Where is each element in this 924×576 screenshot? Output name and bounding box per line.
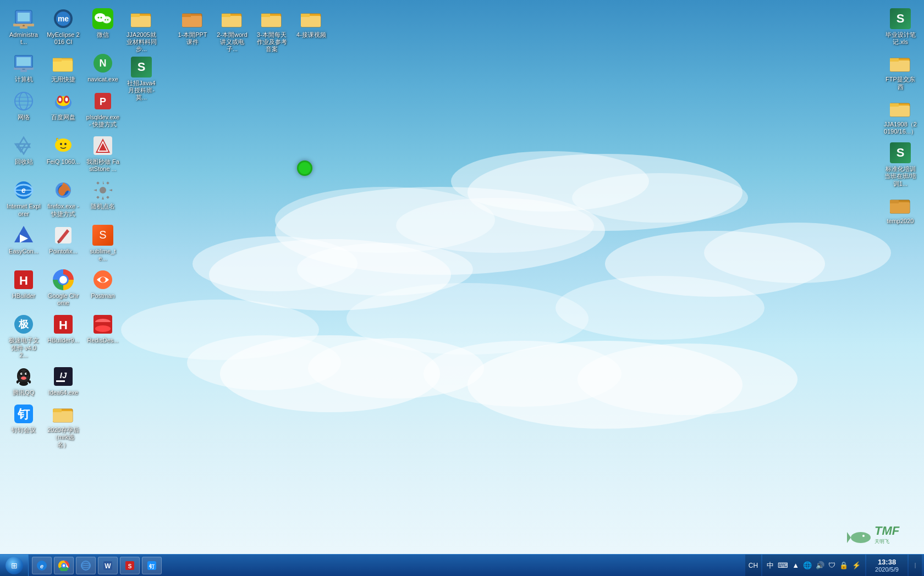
icon-navicat[interactable]: N navicat.exe xyxy=(84,49,122,85)
svg-rect-36 xyxy=(16,57,31,66)
svg-rect-114 xyxy=(131,14,140,17)
keyboard-icon[interactable]: ⌨ xyxy=(777,560,789,571)
easyconnect-label: EasyCon... xyxy=(9,248,38,255)
feiq-icon xyxy=(52,135,74,157)
taskbar-word[interactable]: W xyxy=(98,557,118,574)
icon-recycle[interactable]: 回收站 xyxy=(4,131,43,175)
svg-rect-75 xyxy=(96,181,100,185)
svg-rect-123 xyxy=(261,14,270,17)
svg-rect-119 xyxy=(222,16,241,27)
icon-feiq[interactable]: FeiQ 1060... xyxy=(44,131,82,175)
icon-pptke[interactable]: 1-本閒PPT课件 xyxy=(173,4,212,56)
taskbar-explore[interactable] xyxy=(76,557,96,574)
battery-icon[interactable]: ⚡ xyxy=(851,560,862,571)
svg-rect-120 xyxy=(222,14,230,17)
icon-jieke[interactable]: 4-接课视频 xyxy=(292,4,331,56)
icon-suijidianming[interactable]: 随机点名 xyxy=(84,176,122,219)
input-method-icon[interactable]: 中 xyxy=(766,560,775,572)
sublime-icon: S xyxy=(92,224,114,246)
svg-point-85 xyxy=(100,277,106,283)
wuyong-label: 无用快捷 xyxy=(51,76,75,83)
svg-rect-77 xyxy=(96,196,100,199)
icon-jja2005[interactable]: JJA2005就业材料科同步... xyxy=(122,4,161,56)
start-button[interactable] xyxy=(0,555,29,577)
mouse-cursor xyxy=(297,160,312,176)
icon-folder2020[interactable]: 2020存孕后（mrk选名） xyxy=(44,400,82,451)
icon-baidunetdisk[interactable]: 百度网盘 xyxy=(44,87,82,130)
icon-wuyong[interactable]: 无用快捷 xyxy=(44,49,82,85)
icon-plsqldev[interactable]: P plsqldev.exe - 快捷方式 xyxy=(84,87,122,130)
svg-rect-113 xyxy=(131,16,151,27)
show-desktop-button[interactable]: | xyxy=(909,555,922,576)
svg-rect-122 xyxy=(261,16,281,27)
svg-rect-134 xyxy=(890,202,910,213)
taskbar-chrome[interactable] xyxy=(54,557,74,574)
icon-biaozhunziliao[interactable]: S 标准化培训当班在班/培训1... xyxy=(881,139,920,190)
svg-rect-110 xyxy=(53,411,73,422)
excel-biye-icon: S xyxy=(889,8,911,30)
icon-jja1908[interactable]: JJA1908（20190/16...） xyxy=(881,94,920,137)
security1-icon[interactable]: 🛡 xyxy=(827,560,837,571)
icon-postman[interactable]: Postman xyxy=(84,265,122,309)
idea-label: Idea64.exe xyxy=(48,389,78,396)
svg-point-33 xyxy=(105,19,106,20)
icon-biyesheji[interactable]: S 毕业设计笔记.xls xyxy=(881,4,920,48)
svg-point-138 xyxy=(862,535,865,537)
icon-computer[interactable]: 计算机 xyxy=(4,49,43,85)
svg-rect-125 xyxy=(301,16,321,27)
taskbar-ie[interactable]: e xyxy=(32,557,52,574)
icon-wordke[interactable]: 2-本閒word讲义或电子... xyxy=(213,4,251,56)
faststone-icon xyxy=(92,135,114,157)
svg-text:W: W xyxy=(105,562,111,570)
svg-rect-42 xyxy=(53,58,62,62)
computer-label: 计算机 xyxy=(15,76,33,83)
volume-icon[interactable]: 🔊 xyxy=(815,560,826,571)
icon-googlechrome[interactable]: Google Chrome xyxy=(44,265,82,309)
tray-more[interactable]: ▲ xyxy=(791,560,800,571)
svg-text:钉: 钉 xyxy=(17,407,30,421)
icon-temp2020[interactable]: temp2020 xyxy=(881,191,920,227)
icon-qq[interactable]: 腾讯QQ xyxy=(4,362,43,398)
sublime-label: sublime_te... xyxy=(86,248,120,262)
recycle-icon xyxy=(13,135,35,157)
taskbar-wps[interactable]: S xyxy=(120,557,140,574)
icon-ie[interactable]: e Internet Explorer xyxy=(4,176,43,219)
recycle-label: 回收站 xyxy=(15,158,33,165)
plsql-label: plsqldev.exe - 快捷方式 xyxy=(86,114,120,128)
svg-rect-128 xyxy=(890,60,910,71)
taskbar-dingtalk[interactable]: 钉 xyxy=(142,557,162,574)
language-button[interactable]: CH xyxy=(745,555,761,576)
icon-idea[interactable]: IJ Idea64.exe xyxy=(44,362,82,398)
svg-point-93 xyxy=(95,325,111,332)
clock-area[interactable]: 13:38 2020/5/9 xyxy=(866,555,908,576)
ie-label: Internet Explorer xyxy=(7,203,41,217)
icon-shejava[interactable]: S 社招Java4月授科班-莫... xyxy=(122,53,161,104)
baidu-label: 百度网盘 xyxy=(51,114,75,121)
svg-text:e: e xyxy=(21,186,26,195)
icon-ftpfile[interactable]: FTP提交东西 xyxy=(881,49,920,92)
icon-jidian[interactable]: 极 极速电子文凭件 v4.0 2... xyxy=(4,310,43,361)
icon-faststone[interactable]: 我图秒做 FastStone ... xyxy=(84,131,122,175)
icon-redis[interactable]: RedisDes... xyxy=(84,310,122,361)
icon-administrator[interactable]: Administrat... xyxy=(4,4,43,48)
icon-hbuilder9[interactable]: H HBuilder9... xyxy=(44,310,82,361)
svg-rect-24 xyxy=(20,26,28,29)
icon-sublime[interactable]: S sublime_te... xyxy=(84,221,122,264)
dingtalk-label: 钉钉会议 xyxy=(12,427,36,434)
icon-pointofix[interactable]: Pointofix... xyxy=(44,221,82,264)
icon-dingtalk[interactable]: 钉 钉钉会议 xyxy=(4,400,43,451)
icon-wechat[interactable]: 微信 xyxy=(84,4,122,48)
icon-easyconnect[interactable]: ▶ EasyCon... xyxy=(4,221,43,264)
svg-text:H: H xyxy=(59,318,68,332)
svg-rect-76 xyxy=(106,181,109,185)
security2-icon[interactable]: 🔒 xyxy=(838,560,849,571)
icon-myeclipse[interactable]: me MyEclipse 2016 CI xyxy=(44,4,82,48)
easyconnect-icon: ▶ xyxy=(13,224,35,246)
icon-hbuilder[interactable]: H HBuilder xyxy=(4,265,43,309)
network-tray-icon[interactable]: 🌐 xyxy=(802,560,813,571)
icon-tianke[interactable]: 3-本閒每天作业及参考音案 xyxy=(252,4,291,56)
icon-firefox[interactable]: firefox.exe - 快捷方式 xyxy=(44,176,82,219)
faststone-label: 我图秒做 FastStone ... xyxy=(86,158,120,173)
icon-network[interactable]: 网络 xyxy=(4,87,43,130)
jja1908-label: JJA1908（20190/16...） xyxy=(883,121,917,135)
